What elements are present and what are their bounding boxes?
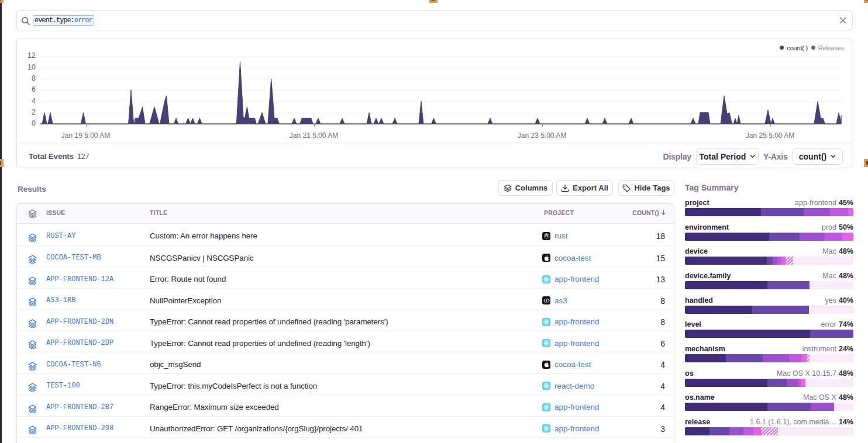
svg-text:R: R <box>545 234 548 238</box>
